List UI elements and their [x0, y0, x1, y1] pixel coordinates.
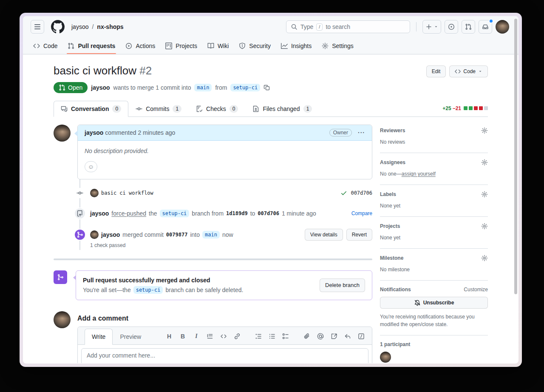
breadcrumb-user[interactable]: jaysoo: [71, 23, 88, 30]
quote-icon[interactable]: [206, 332, 214, 340]
hamburger-menu-button[interactable]: [31, 20, 44, 34]
write-tab[interactable]: Write: [85, 329, 113, 345]
tab-code[interactable]: Code: [29, 37, 62, 54]
sidebar-section-notifications: Notifications Customize Unsubscribe You'…: [380, 281, 488, 335]
section-title[interactable]: Labels: [380, 191, 396, 197]
gear-icon[interactable]: [481, 223, 488, 230]
view-details-button[interactable]: View details: [305, 229, 343, 241]
tab-actions[interactable]: Actions: [121, 37, 159, 54]
search-input[interactable]: Type / to search: [286, 20, 410, 33]
copy-icon[interactable]: [264, 84, 270, 91]
diffstat[interactable]: +25 −21: [442, 105, 488, 116]
event-author-avatar[interactable]: [90, 230, 99, 239]
comment-author-avatar[interactable]: [54, 125, 71, 142]
comment-textarea[interactable]: Add your comment here...: [81, 348, 368, 364]
tab-security[interactable]: Security: [235, 37, 275, 54]
bullet-list-icon[interactable]: [268, 332, 276, 340]
section-title[interactable]: Projects: [380, 223, 400, 229]
head-branch-label[interactable]: setup-ci: [133, 286, 163, 294]
code-dropdown-button[interactable]: Code: [449, 65, 488, 77]
comment-options-kebab[interactable]: ···: [358, 129, 365, 136]
user-avatar[interactable]: [496, 20, 509, 34]
tab-commits[interactable]: Commits 1: [128, 101, 189, 117]
gear-icon[interactable]: [481, 255, 488, 261]
unsubscribe-button[interactable]: Unsubscribe: [380, 297, 488, 309]
commit-author-avatar[interactable]: [90, 189, 99, 197]
preview-tab[interactable]: Preview: [113, 329, 148, 345]
old-sha[interactable]: 1d189d9: [226, 210, 248, 216]
mention-icon[interactable]: [317, 332, 324, 340]
tab-conversation[interactable]: Conversation 0: [54, 101, 128, 117]
base-branch-label[interactable]: main: [194, 84, 212, 91]
tab-wiki[interactable]: Wiki: [203, 37, 233, 54]
force-push-event: jaysoo force-pushed the setup-ci branch …: [54, 207, 372, 219]
compare-link[interactable]: Compare: [351, 210, 372, 216]
head-branch-label[interactable]: setup-ci: [160, 210, 190, 217]
check-icon[interactable]: [340, 190, 347, 196]
diff-deletions: −21: [453, 105, 461, 111]
italic-icon[interactable]: I: [193, 332, 200, 340]
customize-link[interactable]: Customize: [464, 287, 488, 293]
tab-insights[interactable]: Insights: [277, 37, 316, 54]
commit-message[interactable]: basic ci workflow: [101, 190, 153, 196]
pr-timeline: basic ci workflow 007d706: [54, 179, 372, 250]
issues-button[interactable]: [445, 20, 458, 34]
bell-slash-icon: [414, 299, 421, 306]
attach-file-icon[interactable]: [303, 332, 311, 340]
git-pull-request-icon: [68, 43, 74, 49]
tab-pull-requests[interactable]: Pull requests: [63, 37, 119, 54]
slash-command-icon[interactable]: [357, 332, 365, 340]
github-logo-icon[interactable]: [51, 20, 65, 34]
revert-button[interactable]: Revert: [346, 229, 372, 241]
section-title[interactable]: Assignees: [380, 159, 405, 165]
page-content: basic ci workflow #2 Edit Code Open: [23, 54, 518, 363]
reply-icon[interactable]: [344, 332, 351, 340]
tab-label: Security: [249, 43, 271, 49]
tab-label: Files changed: [263, 105, 300, 112]
diff-block: [469, 106, 473, 110]
base-branch-label[interactable]: main: [202, 231, 220, 239]
notifications-inbox-button[interactable]: [479, 20, 492, 34]
bold-icon[interactable]: B: [179, 332, 187, 340]
pr-author[interactable]: jaysoo: [91, 84, 110, 91]
commit-sha[interactable]: 007d706: [351, 190, 372, 196]
gear-icon[interactable]: [481, 159, 488, 166]
section-title[interactable]: Reviewers: [380, 128, 405, 134]
numbered-list-icon[interactable]: [255, 332, 262, 340]
cross-reference-icon[interactable]: [330, 332, 338, 340]
add-reaction-button[interactable]: ☺: [85, 161, 97, 172]
comment-form: Write Preview H B I: [77, 327, 372, 364]
new-sha[interactable]: 007d706: [258, 210, 279, 216]
smiley-icon: ☺: [88, 163, 94, 170]
event-author[interactable]: jaysoo: [101, 231, 120, 238]
participant-avatar[interactable]: [380, 352, 391, 363]
event-author[interactable]: jaysoo: [90, 210, 109, 217]
section-title[interactable]: Milestone: [380, 255, 403, 261]
tab-label: Code: [43, 43, 57, 49]
comment-author[interactable]: jaysoo: [85, 129, 103, 136]
code-icon[interactable]: [220, 332, 227, 340]
tab-settings[interactable]: Settings: [317, 37, 358, 54]
git-commit-icon: [74, 188, 86, 198]
task-list-icon[interactable]: [282, 332, 289, 340]
breadcrumb-repo[interactable]: nx-shops: [97, 23, 123, 30]
tab-projects[interactable]: Projects: [161, 37, 201, 54]
comment-header: jaysoo commented 2 minutes ago Owner ···: [78, 125, 372, 141]
heading-icon[interactable]: H: [165, 332, 173, 340]
gear-icon[interactable]: [481, 127, 488, 134]
tab-files-changed[interactable]: Files changed 1: [245, 101, 319, 117]
link-icon[interactable]: [233, 332, 241, 340]
assign-yourself-link[interactable]: assign yourself: [402, 171, 436, 177]
delete-branch-button[interactable]: Delete branch: [320, 278, 365, 292]
edit-button[interactable]: Edit: [426, 65, 446, 77]
vertical-scrollbar[interactable]: [514, 19, 517, 294]
tab-checks[interactable]: Checks 0: [189, 101, 245, 117]
create-new-button[interactable]: [422, 20, 441, 34]
checks-passed-note[interactable]: 1 check passed: [90, 242, 372, 248]
section-body: No milestone: [380, 266, 488, 273]
merged-sha[interactable]: 0079877: [166, 232, 188, 238]
pull-requests-button[interactable]: [462, 20, 475, 34]
head-branch-label[interactable]: setup-ci: [230, 84, 260, 91]
gear-icon[interactable]: [481, 191, 488, 198]
git-pull-request-icon: [59, 84, 65, 91]
